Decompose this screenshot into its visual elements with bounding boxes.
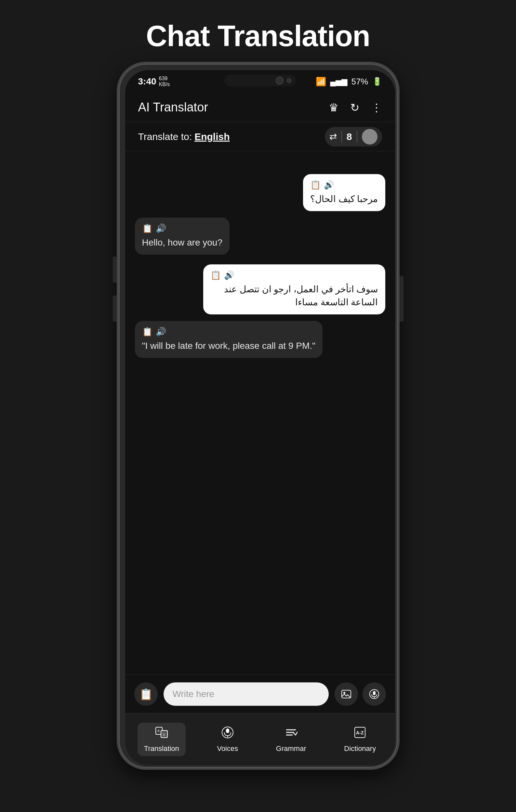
camera-lens-main [276, 77, 283, 84]
input-left-icon[interactable]: 📋 [134, 683, 158, 706]
nav-item-dictionary[interactable]: A-Z Dictionary [337, 723, 382, 756]
svg-text:A: A [157, 729, 160, 733]
bubble-3[interactable]: 📋 🔊 سوف اتأخر في العمل، ارجو ان تتصل عند… [203, 264, 385, 314]
image-icon[interactable] [334, 683, 358, 706]
translate-to-label: Translate to: [138, 131, 192, 142]
nav-label-translation: Translation [144, 745, 179, 753]
bubble-4-text: "I will be late for work, please call at… [142, 340, 316, 352]
nav-item-translation[interactable]: A 文 Translation [138, 723, 186, 756]
translate-bar: Translate to: English ⇄ 8 [125, 122, 395, 151]
ctrl-number: 8 [347, 131, 352, 142]
message-row-2: 📋 🔊 Hello, how are you? [135, 218, 385, 255]
power-button[interactable] [400, 276, 404, 322]
message-row-1: 📋 🔊 مرحبا كيف الحال؟ [135, 174, 385, 211]
camera-notch [224, 75, 296, 86]
status-icons: 📶 ▄▅▆ 57% 🔋 [316, 77, 382, 87]
input-right-icons [334, 683, 386, 706]
input-field[interactable]: Write here [164, 683, 329, 706]
controls-divider [342, 131, 342, 143]
svg-rect-3 [373, 691, 376, 695]
nav-label-voices: Voices [217, 745, 238, 753]
camera-lens-small [287, 78, 291, 83]
bubble-2-icons: 📋 🔊 [142, 224, 222, 234]
voices-nav-icon [221, 726, 234, 742]
copy-icon-4[interactable]: 📋 [142, 327, 153, 337]
nav-label-dictionary: Dictionary [344, 745, 376, 753]
translation-nav-icon: A 文 [155, 726, 168, 742]
svg-rect-10 [226, 728, 229, 733]
phone-wrapper: 3:40 639KB/s 📶 ▄▅▆ 57% 🔋 AI Translator ♛ [117, 62, 400, 770]
bubble-1-text: مرحبا كيف الحال؟ [310, 193, 378, 205]
nav-label-grammar: Grammar [276, 745, 306, 753]
bubble-1[interactable]: 📋 🔊 مرحبا كيف الحال؟ [303, 174, 385, 211]
copy-icon-1[interactable]: 📋 [310, 180, 321, 190]
page-title: Chat Translation [0, 0, 516, 53]
speaker-icon-3[interactable]: 🔊 [224, 270, 235, 280]
wifi-icon: 📶 [316, 77, 326, 87]
bubble-2[interactable]: 📋 🔊 Hello, how are you? [135, 218, 229, 255]
more-menu-icon[interactable]: ⋮ [371, 101, 382, 114]
speaker-icon-2[interactable]: 🔊 [156, 224, 166, 234]
bubble-2-text: Hello, how are you? [142, 236, 222, 249]
phone-screen: 3:40 639KB/s 📶 ▄▅▆ 57% 🔋 AI Translator ♛ [125, 70, 395, 765]
translate-language[interactable]: English [194, 131, 229, 142]
svg-text:A-Z: A-Z [356, 730, 364, 735]
app-title: AI Translator [138, 100, 208, 114]
controls-divider2 [357, 131, 357, 143]
volume-down-button[interactable] [113, 296, 117, 322]
signal-icon: ▄▅▆ [330, 77, 347, 86]
message-row-3: 📋 🔊 سوف اتأخر في العمل، ارجو ان تتصل عند… [135, 264, 385, 314]
message-row-4: 📋 🔊 "I will be late for work, please cal… [135, 321, 385, 358]
volume-up-button[interactable] [113, 257, 117, 283]
svg-point-1 [343, 692, 345, 694]
nav-item-grammar[interactable]: Grammar [270, 723, 313, 756]
input-area: 📋 Write here [125, 674, 395, 713]
chat-area: 📋 🔊 مرحبا كيف الحال؟ 📋 🔊 Hello, how are … [125, 151, 395, 658]
battery-text: 57% [351, 77, 368, 87]
nav-item-voices[interactable]: Voices [210, 723, 245, 756]
bubble-1-icons: 📋 🔊 [310, 180, 378, 190]
phone-frame: 3:40 639KB/s 📶 ▄▅▆ 57% 🔋 AI Translator ♛ [117, 62, 400, 770]
copy-icon-3[interactable]: 📋 [210, 270, 221, 280]
status-time: 3:40 [138, 76, 156, 87]
crown-icon[interactable]: ♛ [329, 101, 338, 114]
bottom-nav: A 文 Translation [125, 713, 395, 765]
bubble-3-icons: 📋 🔊 [210, 270, 378, 280]
grammar-nav-icon [284, 726, 298, 742]
app-bar-icons: ♛ ↻ ⋮ [329, 101, 382, 114]
bubble-4[interactable]: 📋 🔊 "I will be late for work, please cal… [135, 321, 323, 358]
bubble-4-icons: 📋 🔊 [142, 327, 316, 337]
copy-icon-2[interactable]: 📋 [142, 224, 153, 234]
translate-controls: ⇄ 8 [325, 127, 382, 146]
refresh-icon[interactable]: ↻ [350, 101, 359, 114]
toggle-switch[interactable] [362, 129, 378, 145]
shuffle-icon[interactable]: ⇄ [329, 131, 337, 142]
input-placeholder: Write here [173, 689, 215, 699]
dictionary-nav-icon: A-Z [353, 726, 366, 742]
bubble-3-text: سوف اتأخر في العمل، ارجو ان تتصل عند الس… [210, 283, 378, 308]
speaker-icon-1[interactable]: 🔊 [324, 180, 334, 190]
svg-text:文: 文 [163, 733, 165, 736]
status-data-speed: 639KB/s [159, 76, 170, 87]
battery-icon: 🔋 [372, 77, 382, 86]
speaker-icon-4[interactable]: 🔊 [156, 327, 166, 337]
microphone-icon[interactable] [362, 683, 386, 706]
app-bar: AI Translator ♛ ↻ ⋮ [125, 93, 395, 122]
